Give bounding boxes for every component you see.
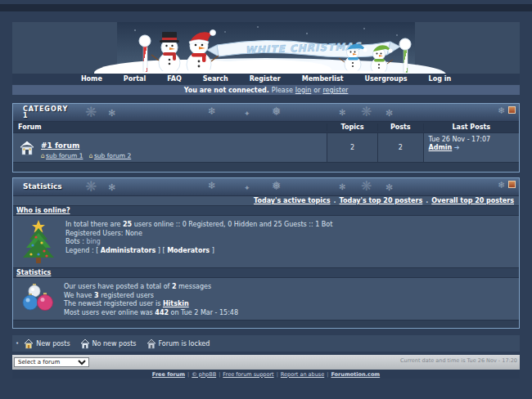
newest-member-link[interactable]: Hitskin [163,300,189,307]
legend-no-new-posts: No new posts [80,338,137,349]
snowflake-icon: ❋ [361,178,372,194]
nav-login[interactable]: Log in [429,75,452,83]
footer-separator: | [327,371,328,378]
goto-last-post-icon[interactable]: ➔ [454,144,460,152]
forum-locked-icon [147,338,156,349]
nav-register[interactable]: Register [250,75,281,83]
content-wrapper: WHITE CHRISTMAS [12,22,520,379]
bots-value: bing [86,238,100,245]
newest-member-line: The newest registered user is Hitskin [64,300,238,309]
column-topics: Topics [327,123,377,131]
no-new-posts-label: No new posts [92,340,137,347]
jump-bar: Select a forum Current date and time is … [12,355,520,370]
subforum-icon: ⌂ [41,152,45,159]
link-separator: . [333,197,336,204]
online-total-pre: In total there are [65,221,123,228]
footer-support-link[interactable]: Free forum support [223,371,273,378]
forum-select[interactable]: Select a forum [14,357,89,367]
record-pre: Most users ever online was [64,309,155,316]
category-footer-strip [13,162,519,172]
snowflake-icon: ✻ [339,108,345,117]
top-posters-today-link[interactable]: Today's top 20 posters [340,197,423,204]
nav-usergroups[interactable]: Usergroups [365,75,408,83]
who-is-online-content: In total there are 25 users online :: 0 … [13,216,519,268]
posts-count: 2 [377,133,423,162]
collapse-statistics-icon[interactable] [508,181,516,188]
snowflake-icon: ✻ [339,182,345,191]
nav-portal[interactable]: Portal [124,75,146,83]
snowflake-icon: ✻ [108,182,115,193]
registered-users-line: Registered Users: None [65,230,332,239]
top-posters-overall-link[interactable]: Overall top 20 posters [431,197,514,204]
statistics-header: Statistics ❋ ✻ ❄ ✦ ❅ ✻ ❋ ✼ ❄ [13,178,519,196]
footer-free-forum-link[interactable]: Free forum [152,371,185,378]
new-posts-label: New posts [36,340,70,347]
legend-bullet: • [16,340,19,347]
subforum-link-2[interactable]: sub forum 2 [94,152,131,159]
moderators-link[interactable]: Moderators [167,247,210,254]
last-post-date: Tue 26 Nov - 17:07 [429,136,519,144]
forum-row: #1 forum ⌂sub forum 1 ⌂sub forum 2 2 2 T… [13,132,519,162]
forum-table-header: Forum Topics Posts Last Posts [13,122,519,132]
link-separator: . [426,197,428,204]
connection-please: Please [272,87,293,94]
snowflake-icon: ❄ [498,105,505,116]
online-total-post: users online :: 0 Registered, 0 Hidden a… [132,221,332,228]
legend-line: Legend : [ Administrators ] [ Moderators… [65,247,332,256]
administrators-link[interactable]: Administrators [101,247,156,254]
statistics-subheading-row: Statistics [13,268,519,278]
statistics-footer-strip [13,321,519,328]
forum-name-link[interactable]: #1 forum [41,141,79,150]
legend-bracket: [ [162,247,165,254]
online-total-count: 25 [123,221,132,228]
connection-or: or [313,87,320,94]
footer-separator: | [187,371,189,378]
footer-separator: | [219,371,220,378]
statistics-sub-link[interactable]: Statistics [16,269,51,276]
statistics-links-row: Today's active topics . Today's top 20 p… [13,196,519,206]
register-link[interactable]: register [323,87,349,94]
snowflake-icon: ✼ [385,182,393,193]
snowflake-icon: ❅ [272,179,282,192]
snowflake-icon: ❋ [85,178,97,195]
collapse-category-icon[interactable] [508,106,516,114]
login-link[interactable]: login [295,87,312,94]
messages-line: Our users have posted a total of 2 messa… [64,283,238,292]
top-strip [0,4,532,11]
snowflake-icon: ✦ [244,184,250,192]
banner-image: WHITE CHRISTMAS [12,22,520,74]
last-post-cell: Tue 26 Nov - 17:07 Admin ➔ [423,133,519,162]
last-post-author-link[interactable]: Admin [429,144,453,151]
active-topics-link[interactable]: Today's active topics [254,197,330,204]
nav-search[interactable]: Search [203,75,228,83]
category-box: Category 1 ❋ ✻ ❄ ✦ ❅ ✻ ❋ ✼ ❄ Forum Topic… [12,103,520,173]
online-total-line: In total there are 25 users online :: 0 … [65,221,332,230]
nav-memberlist[interactable]: Memberlist [302,75,344,83]
subforum-icon: ⌂ [89,152,93,159]
who-is-online-text: In total there are 25 users online :: 0 … [65,218,332,265]
snowflake-icon: ❋ [85,104,97,120]
forum-locked-label: Forum is locked [159,340,210,347]
category-header: Category 1 ❋ ✻ ❄ ✦ ❅ ✻ ❋ ✼ ❄ [13,104,519,122]
who-is-online-link[interactable]: Who is online? [16,207,70,214]
footer-separator: | [277,371,278,378]
snowflake-icon: ❄ [208,105,216,117]
messages-post: messages [176,283,211,290]
snowflake-icon: ❄ [208,180,216,191]
members-post: registered users [99,292,154,299]
subforum-link-1[interactable]: sub forum 1 [46,152,83,159]
post-legend-bar: • New posts No new posts [12,335,520,352]
bots-label: Bots : [65,238,84,245]
legend-bracket: [ [96,247,98,254]
current-datetime: Current date and time is Tue 26 Nov - 17… [400,357,517,364]
snowflake-icon: ❅ [272,105,282,118]
record-count: 442 [155,309,169,316]
nav-home[interactable]: Home [81,75,102,83]
footer-abuse-link[interactable]: Report an abuse [281,371,324,378]
nav-faq[interactable]: FAQ [167,75,182,83]
footer-phpbb-link[interactable]: © phpBB [192,371,216,378]
legend-forum-locked: Forum is locked [147,338,210,349]
snowflake-icon: ❄ [498,180,505,191]
snowflake-icon: ✻ [108,108,115,119]
footer-forumotion-link[interactable]: Forumotion.com [331,371,380,378]
